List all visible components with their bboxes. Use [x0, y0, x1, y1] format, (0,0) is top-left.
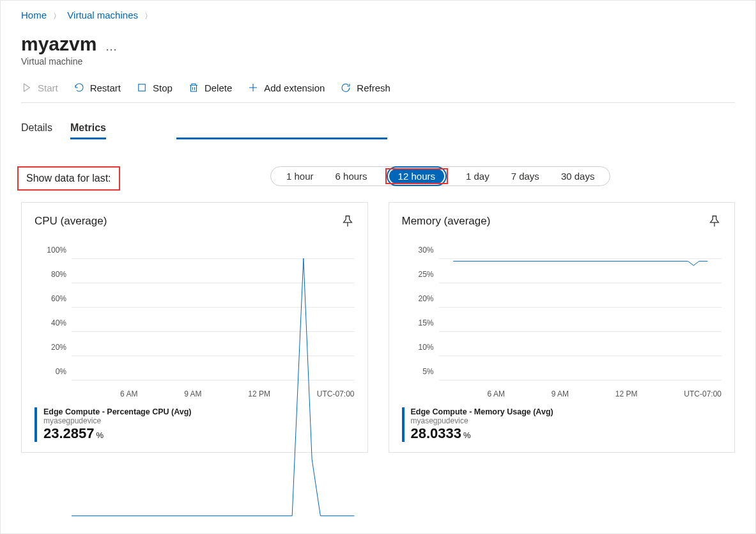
y-tick: 20%	[408, 294, 434, 303]
time-pill-7-days[interactable]: 7 days	[509, 169, 542, 183]
x-tick: 12 PM	[615, 389, 638, 398]
loading-bar	[176, 137, 387, 139]
page-title: myazvm	[21, 33, 96, 55]
y-tick: 0%	[41, 367, 66, 376]
restart-icon	[73, 82, 85, 93]
y-tick: 5%	[408, 367, 434, 376]
y-tick: 60%	[41, 294, 66, 303]
more-actions-button[interactable]: ...	[105, 40, 117, 54]
stop-icon	[136, 82, 148, 93]
breadcrumb: Home 〉 Virtual machines 〉	[21, 10, 735, 22]
memory-plot[interactable]: 5% 10% 15% 20% 25% 30% . 6 AM 9 AM 12 PM…	[408, 239, 722, 398]
trash-icon	[188, 82, 199, 93]
y-tick: 30%	[408, 246, 434, 255]
x-tz: UTC-07:00	[317, 389, 355, 398]
plus-icon	[247, 82, 259, 93]
svg-rect-0	[139, 84, 146, 91]
add-extension-button[interactable]: Add extension	[247, 82, 325, 93]
add-extension-label: Add extension	[264, 82, 325, 93]
restart-button[interactable]: Restart	[73, 82, 121, 93]
cpu-line	[72, 239, 355, 522]
y-tick: 10%	[408, 343, 434, 352]
stop-button[interactable]: Stop	[136, 82, 173, 93]
tab-bar: Details Metrics	[21, 118, 106, 139]
time-range-label: Show data for last:	[21, 170, 116, 187]
memory-chart-card: Memory (average) 5% 10% 15% 20% 25% 30% …	[389, 202, 736, 453]
memory-chart-title: Memory (average)	[402, 215, 491, 228]
cpu-plot[interactable]: 0% 20% 40% 60% 80% 100% . 6 AM 9 AM 12 P…	[41, 239, 355, 398]
time-pill-12-hours[interactable]: 12 hours	[389, 169, 444, 184]
y-tick: 15%	[408, 318, 434, 327]
x-tick: 9 AM	[184, 389, 201, 398]
memory-line	[439, 239, 722, 522]
y-tick: 80%	[41, 270, 66, 279]
refresh-icon	[340, 82, 351, 93]
refresh-label: Refresh	[357, 82, 390, 93]
x-tz: UTC-07:00	[684, 389, 721, 398]
y-tick: 100%	[41, 246, 66, 255]
page-subtitle: Virtual machine	[21, 56, 735, 67]
play-icon	[21, 82, 33, 93]
time-pill-6-hours[interactable]: 6 hours	[333, 169, 370, 183]
breadcrumb-sep: 〉	[141, 12, 156, 20]
start-label: Start	[38, 82, 58, 93]
x-tick: 6 AM	[120, 389, 137, 398]
cpu-chart-card: CPU (average) 0% 20% 40% 60% 80% 100% . …	[21, 202, 368, 453]
time-pill-1-hour[interactable]: 1 hour	[284, 169, 316, 183]
breadcrumb-sep: 〉	[49, 12, 65, 20]
pin-icon[interactable]	[341, 214, 355, 228]
time-range-selector: 1 hour 6 hours 12 hours 1 day 7 days 30 …	[270, 166, 610, 186]
start-button: Start	[21, 82, 58, 93]
cpu-chart-title: CPU (average)	[35, 215, 107, 228]
time-pill-highlight: 12 hours	[387, 169, 447, 183]
command-bar: Start Restart Stop Delete Add extension …	[21, 82, 735, 103]
time-pill-1-day[interactable]: 1 day	[463, 169, 492, 183]
y-tick: 25%	[408, 270, 434, 279]
pin-icon[interactable]	[707, 214, 721, 228]
tab-details[interactable]: Details	[21, 118, 52, 139]
time-pill-30-days[interactable]: 30 days	[559, 169, 598, 183]
delete-label: Delete	[204, 82, 232, 93]
breadcrumb-virtual-machines[interactable]: Virtual machines	[67, 10, 138, 20]
tab-metrics[interactable]: Metrics	[70, 118, 106, 139]
stop-label: Stop	[153, 82, 173, 93]
y-tick: 20%	[41, 343, 66, 352]
refresh-button[interactable]: Refresh	[340, 82, 390, 93]
y-tick: 40%	[41, 318, 66, 327]
x-tick: 9 AM	[552, 389, 569, 398]
breadcrumb-home[interactable]: Home	[21, 10, 47, 20]
x-tick: 12 PM	[248, 389, 270, 398]
delete-button[interactable]: Delete	[188, 82, 232, 93]
restart-label: Restart	[90, 82, 121, 93]
x-tick: 6 AM	[488, 389, 505, 398]
